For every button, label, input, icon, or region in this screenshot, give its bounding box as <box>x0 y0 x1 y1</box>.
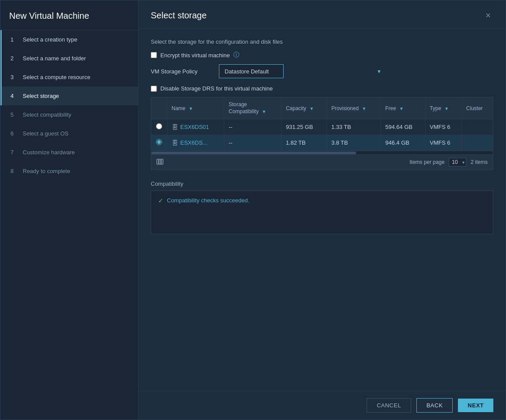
disable-drs-checkbox[interactable] <box>151 86 157 92</box>
row1-free: 594.64 GB <box>381 119 425 135</box>
row1-radio-cell[interactable] <box>151 119 167 135</box>
svg-rect-0 <box>157 159 159 164</box>
datastore-icon-2: 🗄 <box>172 139 178 146</box>
row2-radio[interactable] <box>156 139 162 145</box>
th-name[interactable]: Name ▼ <box>167 97 224 119</box>
scrollbar-thumb <box>151 152 356 154</box>
sidebar-item-compute-resource[interactable]: 3 Select a compute resource <box>0 68 138 87</box>
datastore-icon: 🗄 <box>172 124 178 131</box>
table-header: Name ▼ StorageCompatibility ▼ Capacity ▼ <box>151 97 493 119</box>
step-1-label: Select a creation type <box>23 36 77 43</box>
back-button[interactable]: BACK <box>416 398 453 413</box>
step-6-label: Select a guest OS <box>23 130 69 137</box>
main-header: Select storage × <box>139 0 506 29</box>
step-4-num: 4 <box>10 93 17 99</box>
compatibility-label: Compatibility <box>151 180 493 187</box>
step-6-num: 6 <box>10 130 17 137</box>
type-filter-icon[interactable]: ▼ <box>444 106 449 111</box>
compat-filter-icon[interactable]: ▼ <box>262 109 266 114</box>
row1-cluster <box>461 119 493 135</box>
policy-select[interactable]: Datastore Default <box>219 64 284 78</box>
free-filter-icon[interactable]: ▼ <box>399 106 404 111</box>
compatibility-section: Compatibility ✓ Compatibility checks suc… <box>151 180 493 234</box>
step-2-label: Select a name and folder <box>23 55 86 62</box>
row2-provisioned: 3.8 TB <box>327 135 381 151</box>
row2-type: VMFS 6 <box>425 135 461 151</box>
columns-icon[interactable] <box>156 158 163 167</box>
row2-free: 946.4 GB <box>381 135 425 151</box>
row2-name[interactable]: 🗄 ESX6DS... <box>167 135 224 151</box>
close-button[interactable]: × <box>483 10 493 21</box>
row1-capacity: 931.25 GB <box>281 119 327 135</box>
items-per-page-label: Items per page <box>409 159 444 165</box>
th-type[interactable]: Type ▼ <box>425 97 461 119</box>
main-body: Select the storage for the configuration… <box>139 29 506 391</box>
step-5-num: 5 <box>10 111 17 118</box>
th-storage-compat[interactable]: StorageCompatibility ▼ <box>224 97 281 119</box>
sidebar-item-creation-type[interactable]: 1 Select a creation type <box>0 30 138 49</box>
sidebar-item-compatibility[interactable]: 5 Select compatibility <box>0 105 138 124</box>
svg-rect-1 <box>159 159 161 164</box>
sidebar-item-customize-hardware[interactable]: 7 Customize hardware <box>0 143 138 162</box>
step-3-label: Select a compute resource <box>23 74 90 80</box>
step-1-num: 1 <box>10 36 17 43</box>
main-title: Select storage <box>151 10 207 21</box>
row1-provisioned: 1.33 TB <box>327 119 381 135</box>
dialog-title: New Virtual Machine <box>0 0 138 30</box>
svg-rect-2 <box>161 159 163 164</box>
th-free[interactable]: Free ▼ <box>381 97 425 119</box>
row1-compat: -- <box>224 119 281 135</box>
policy-select-wrapper: Datastore Default <box>219 64 385 78</box>
step-8-label: Ready to complete <box>23 168 70 174</box>
th-capacity[interactable]: Capacity ▼ <box>281 97 327 119</box>
th-cluster[interactable]: Cluster <box>461 97 493 119</box>
th-radio <box>151 97 167 119</box>
row1-name[interactable]: 🗄 ESX6DS01 <box>167 119 224 135</box>
new-vm-dialog: New Virtual Machine 1 Select a creation … <box>0 0 506 420</box>
per-page-wrapper: 10 <box>449 158 466 167</box>
table-row[interactable]: 🗄 ESX6DS... -- 1.82 TB 3.8 TB 946.4 GB V… <box>151 135 493 151</box>
step-8-num: 8 <box>10 168 17 174</box>
encrypt-label[interactable]: Encrypt this virtual machine <box>160 52 230 59</box>
name-filter-icon[interactable]: ▼ <box>189 106 193 111</box>
per-page-select[interactable]: 10 <box>449 158 466 167</box>
table-row[interactable]: 🗄 ESX6DS01 -- 931.25 GB 1.33 TB 594.64 G… <box>151 119 493 135</box>
sidebar-item-name-folder[interactable]: 2 Select a name and folder <box>0 49 138 68</box>
th-provisioned[interactable]: Provisioned ▼ <box>327 97 381 119</box>
main-footer: CANCEL BACK NEXT <box>139 391 506 420</box>
compatibility-box: ✓ Compatibility checks succeeded. <box>151 191 493 234</box>
encrypt-checkbox[interactable] <box>151 52 157 58</box>
table-scrollbar[interactable] <box>151 151 493 154</box>
subtitle: Select the storage for the configuration… <box>151 38 493 45</box>
disable-drs-label[interactable]: Disable Storage DRS for this virtual mac… <box>160 85 273 92</box>
row2-compat: -- <box>224 135 281 151</box>
row1-radio[interactable] <box>156 123 162 129</box>
storage-table: Name ▼ StorageCompatibility ▼ Capacity ▼ <box>151 97 493 151</box>
encrypt-row: Encrypt this virtual machine ⓘ <box>151 51 493 59</box>
table-body: 🗄 ESX6DS01 -- 931.25 GB 1.33 TB 594.64 G… <box>151 119 493 151</box>
capacity-filter-icon[interactable]: ▼ <box>309 106 314 111</box>
row2-capacity: 1.82 TB <box>281 135 327 151</box>
sidebar: New Virtual Machine 1 Select a creation … <box>0 0 139 420</box>
provisioned-filter-icon[interactable]: ▼ <box>362 106 366 111</box>
sidebar-item-guest-os[interactable]: 6 Select a guest OS <box>0 124 138 143</box>
disable-drs-row: Disable Storage DRS for this virtual mac… <box>151 85 493 92</box>
step-4-label: Select storage <box>23 93 59 99</box>
main-content: Select storage × Select the storage for … <box>139 0 506 420</box>
step-7-num: 7 <box>10 149 17 156</box>
row1-type: VMFS 6 <box>425 119 461 135</box>
check-icon: ✓ <box>158 197 163 204</box>
table-footer: Items per page 10 2 items <box>151 154 493 170</box>
compatibility-message: Compatibility checks succeeded. <box>167 197 250 204</box>
row2-radio-cell[interactable] <box>151 135 167 151</box>
step-3-num: 3 <box>10 74 17 80</box>
sidebar-item-ready-to-complete[interactable]: 8 Ready to complete <box>0 162 138 180</box>
encrypt-info-icon[interactable]: ⓘ <box>233 51 239 59</box>
step-7-label: Customize hardware <box>23 149 75 156</box>
storage-table-container: Name ▼ StorageCompatibility ▼ Capacity ▼ <box>151 97 493 170</box>
next-button[interactable]: NEXT <box>458 399 493 412</box>
sidebar-item-storage[interactable]: 4 Select storage <box>0 87 138 105</box>
policy-label: VM Storage Policy <box>151 68 212 75</box>
items-count: 2 items <box>471 159 488 165</box>
cancel-button[interactable]: CANCEL <box>367 398 411 413</box>
